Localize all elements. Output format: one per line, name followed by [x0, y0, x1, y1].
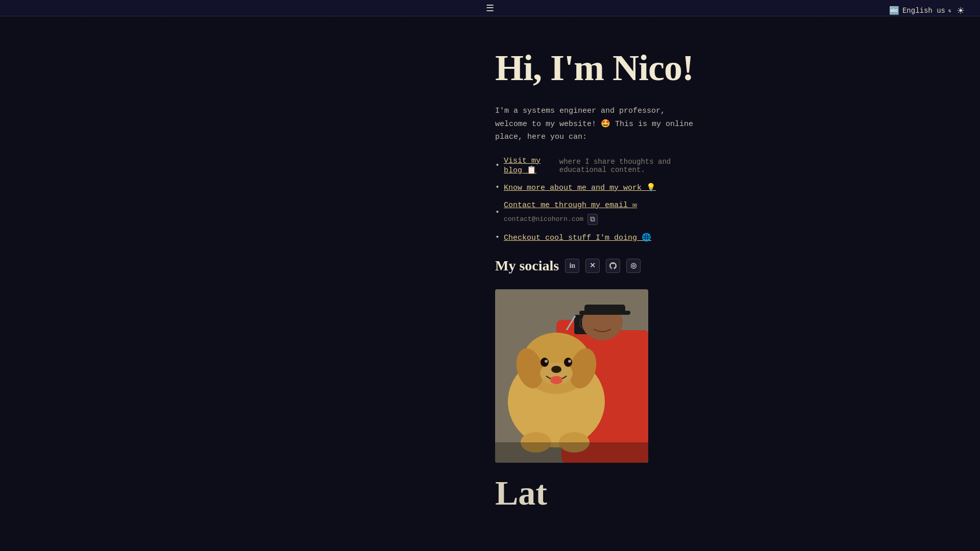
linkedin-icon[interactable]: in	[565, 259, 579, 273]
bullet-icon: •	[495, 161, 500, 170]
svg-point-14	[550, 376, 562, 384]
hero-description: I'm a systems engineer and professor, we…	[495, 105, 699, 144]
social-icons-container: in ✕ ◎	[565, 259, 641, 273]
profile-photo	[495, 289, 648, 463]
contact-link[interactable]: Contact me through my email ✉	[504, 200, 637, 210]
svg-point-13	[551, 366, 561, 373]
blog-description: where I share thoughts and educational c…	[559, 158, 699, 174]
cool-stuff-link[interactable]: Checkout cool stuff I'm doing 🌐	[504, 233, 651, 242]
about-link[interactable]: Know more about me and my work 💡	[504, 183, 656, 192]
translate-icon: 🔤	[889, 6, 899, 16]
svg-rect-24	[495, 442, 648, 463]
bottom-text-partial: Lat	[495, 473, 547, 512]
language-selector-button[interactable]: 🔤 English us ⇅	[889, 6, 951, 16]
socials-title: My socials in ✕ ◎	[495, 258, 699, 274]
svg-point-15	[541, 358, 549, 367]
svg-point-17	[545, 360, 548, 363]
language-label: English us	[902, 7, 945, 15]
socials-section: My socials in ✕ ◎	[495, 258, 699, 274]
bottom-text-preview: Lat	[495, 473, 699, 513]
github-icon[interactable]	[606, 259, 620, 273]
svg-point-18	[568, 360, 571, 363]
bullet-icon: •	[495, 183, 500, 192]
blog-link[interactable]: Visit my blog 📋	[504, 157, 555, 175]
copy-email-icon[interactable]: ⧉	[587, 214, 598, 225]
bullet-icon: •	[495, 233, 500, 242]
bullet-icon: •	[495, 208, 500, 217]
email-container: Contact me through my email ✉ contact@ni…	[504, 200, 699, 225]
list-item: • Visit my blog 📋 where I share thoughts…	[495, 157, 699, 175]
list-item: • Checkout cool stuff I'm doing 🌐	[495, 233, 699, 242]
top-navigation: ☰	[0, 0, 980, 16]
sun-icon: ☀	[957, 6, 965, 16]
svg-rect-23	[579, 311, 630, 315]
instagram-icon[interactable]: ◎	[626, 259, 641, 273]
svg-point-16	[564, 358, 572, 367]
profile-photo-svg	[495, 289, 648, 463]
chevron-updown-icon: ⇅	[948, 8, 951, 14]
email-address: contact@nicohorn.com	[504, 215, 583, 223]
list-item: • Know more about me and my work 💡	[495, 183, 699, 192]
hamburger-menu-icon[interactable]: ☰	[486, 3, 494, 14]
main-content: Hi, I'm Nico! I'm a systems engineer and…	[260, 16, 720, 534]
list-item: • Contact me through my email ✉ contact@…	[495, 200, 699, 225]
hero-title: Hi, I'm Nico!	[495, 47, 699, 89]
top-right-controls: 🔤 English us ⇅ ☀	[889, 5, 965, 16]
theme-toggle-button[interactable]: ☀	[957, 5, 965, 16]
feature-list: • Visit my blog 📋 where I share thoughts…	[495, 157, 699, 242]
socials-label: My socials	[495, 258, 559, 274]
twitter-x-icon[interactable]: ✕	[585, 259, 600, 273]
